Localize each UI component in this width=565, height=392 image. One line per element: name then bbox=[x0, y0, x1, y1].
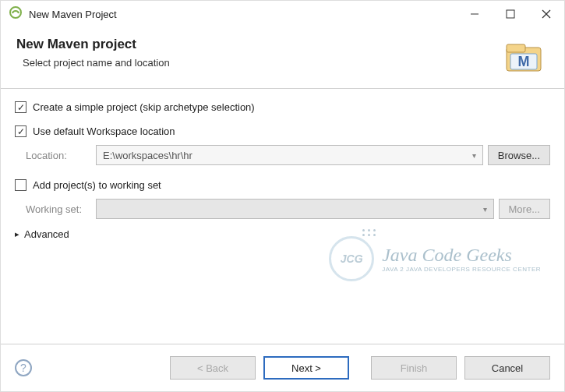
watermark-main: Java Code Geeks bbox=[382, 245, 541, 266]
svg-rect-2 bbox=[507, 10, 514, 18]
location-combobox[interactable]: E:\workspaces\hr\hr ▾ bbox=[96, 145, 483, 165]
banner: New Maven project Select project name an… bbox=[1, 27, 564, 89]
location-value: E:\workspaces\hr\hr bbox=[103, 150, 192, 161]
window-controls bbox=[457, 1, 564, 27]
next-button[interactable]: Next > bbox=[263, 356, 349, 380]
cancel-button[interactable]: Cancel bbox=[464, 356, 550, 380]
bottom-bar: ? < Back Next > Finish Cancel bbox=[1, 344, 564, 391]
simple-project-row: ✓ Create a simple project (skip archetyp… bbox=[15, 101, 550, 113]
banner-heading: New Maven project bbox=[16, 37, 170, 52]
svg-text:M: M bbox=[518, 54, 530, 69]
finish-button: Finish bbox=[371, 356, 457, 380]
close-button[interactable] bbox=[528, 1, 564, 27]
wizard-window: New Maven Project New Maven project Sele… bbox=[0, 0, 565, 392]
content-area: ✓ Create a simple project (skip archetyp… bbox=[1, 89, 564, 344]
working-set-checkbox-label: Add project(s) to working set bbox=[33, 179, 161, 191]
titlebar: New Maven Project bbox=[1, 1, 564, 27]
svg-point-0 bbox=[10, 7, 21, 18]
banner-subtitle: Select project name and location bbox=[23, 57, 170, 69]
working-set-checkbox[interactable] bbox=[15, 179, 26, 191]
window-title: New Maven Project bbox=[29, 9, 457, 20]
app-icon bbox=[9, 5, 23, 23]
watermark-logo: JCG bbox=[329, 236, 374, 281]
maven-icon: M bbox=[503, 40, 544, 77]
watermark: JCG Java Code Geeks Java 2 Java Develope… bbox=[329, 236, 541, 281]
default-workspace-row: ✓ Use default Workspace location bbox=[15, 125, 550, 137]
simple-project-checkbox[interactable]: ✓ bbox=[15, 101, 26, 113]
working-set-label: Working set: bbox=[26, 203, 96, 215]
location-row: Location: E:\workspaces\hr\hr ▾ Browse..… bbox=[26, 145, 550, 165]
location-label: Location: bbox=[26, 150, 96, 161]
maximize-button[interactable] bbox=[493, 1, 528, 27]
back-button: < Back bbox=[170, 356, 256, 380]
watermark-tagline: Java 2 Java Developers Resource Center bbox=[382, 266, 541, 273]
triangle-right-icon: ▸ bbox=[15, 229, 19, 239]
chevron-down-icon: ▾ bbox=[483, 205, 487, 214]
svg-rect-6 bbox=[507, 44, 525, 52]
chevron-down-icon: ▾ bbox=[472, 151, 476, 160]
minimize-button[interactable] bbox=[457, 1, 493, 27]
default-workspace-label: Use default Workspace location bbox=[33, 125, 175, 137]
default-workspace-checkbox[interactable]: ✓ bbox=[15, 125, 26, 137]
more-button: More... bbox=[499, 199, 550, 219]
help-icon[interactable]: ? bbox=[15, 359, 32, 376]
browse-button[interactable]: Browse... bbox=[488, 145, 550, 165]
working-set-select-row: Working set: ▾ More... bbox=[26, 199, 550, 219]
working-set-combobox: ▾ bbox=[96, 199, 494, 219]
simple-project-label: Create a simple project (skip archetype … bbox=[33, 101, 255, 113]
advanced-label: Advanced bbox=[24, 228, 69, 240]
working-set-row: Add project(s) to working set bbox=[15, 179, 550, 191]
